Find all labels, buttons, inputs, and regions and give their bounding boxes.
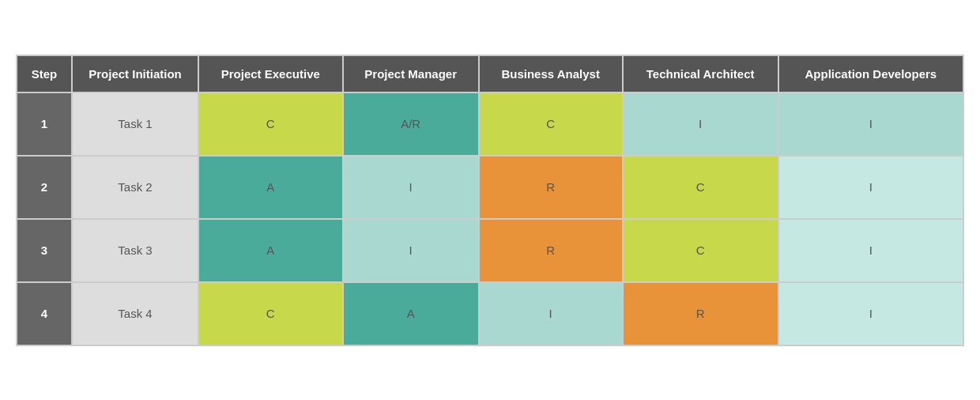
raci-cell-row2-col4: R xyxy=(479,156,623,219)
task-cell-row4: Task 4 xyxy=(72,282,198,345)
task-cell-row1: Task 1 xyxy=(72,92,198,156)
header-project-executive: Project Executive xyxy=(198,55,343,92)
raci-cell-row4-col2: C xyxy=(198,282,343,345)
header-project-manager: Project Manager xyxy=(343,55,479,92)
table-row: 1Task 1CA/RCII xyxy=(17,92,963,156)
raci-cell-row1-col2: C xyxy=(198,92,343,156)
raci-cell-row3-col3: I xyxy=(343,219,479,282)
step-cell-1: 1 xyxy=(17,92,72,156)
table-row: 3Task 3AIRCI xyxy=(17,219,963,282)
raci-cell-row2-col5: C xyxy=(623,156,778,219)
raci-cell-row2-col2: A xyxy=(198,156,343,219)
raci-cell-row4-col5: R xyxy=(623,282,778,345)
raci-cell-row1-col6: I xyxy=(778,92,963,156)
raci-cell-row1-col5: I xyxy=(623,92,778,156)
raci-cell-row4-col6: I xyxy=(778,282,963,345)
raci-cell-row1-col3: A/R xyxy=(343,92,479,156)
task-cell-row2: Task 2 xyxy=(72,156,198,219)
table-row: 2Task 2AIRCI xyxy=(17,156,963,219)
step-cell-4: 4 xyxy=(17,282,72,345)
raci-cell-row3-col5: C xyxy=(623,219,778,282)
step-cell-3: 3 xyxy=(17,219,72,282)
raci-cell-row2-col6: I xyxy=(778,156,963,219)
header-project-initiation: Project Initiation xyxy=(72,55,198,92)
raci-matrix: Step Project Initiation Project Executiv… xyxy=(16,55,964,346)
table-row: 4Task 4CAIRI xyxy=(17,282,963,345)
raci-cell-row4-col3: A xyxy=(343,282,479,345)
raci-cell-row3-col4: R xyxy=(479,219,623,282)
header-application-developers: Application Developers xyxy=(778,55,963,92)
raci-cell-row3-col6: I xyxy=(778,219,963,282)
header-step: Step xyxy=(17,55,72,92)
raci-cell-row2-col3: I xyxy=(343,156,479,219)
header-business-analyst: Business Analyst xyxy=(479,55,623,92)
header-technical-architect: Technical Architect xyxy=(623,55,778,92)
raci-cell-row1-col4: C xyxy=(479,92,623,156)
step-cell-2: 2 xyxy=(17,156,72,219)
raci-cell-row4-col4: I xyxy=(479,282,623,345)
task-cell-row3: Task 3 xyxy=(72,219,198,282)
raci-cell-row3-col2: A xyxy=(198,219,343,282)
